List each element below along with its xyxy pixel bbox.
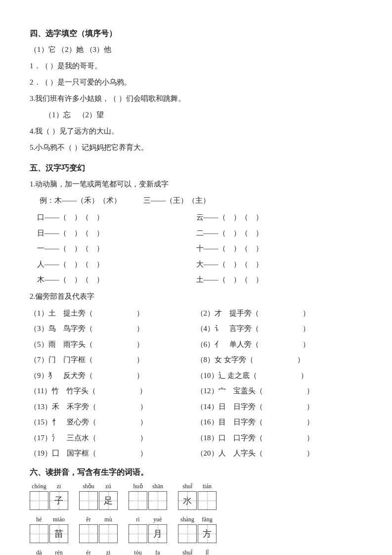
boxes-huo <box>129 491 147 510</box>
pinyin-er: ěr <box>80 515 97 524</box>
section5-sub1-intro: 1.动动脑，加一笔或两笔都可以，变新成字 <box>30 178 362 191</box>
radical-row-4: （7）门 门字框（） （8）女 女字旁（） <box>30 353 362 367</box>
radical-col-7-1: （13）禾 禾字旁（） <box>30 400 196 414</box>
section4-q5: 5.小乌鸦不（ ）记妈妈把它养育大。 <box>30 141 362 154</box>
radical-col-4-1: （7）门 门字框（） <box>30 353 196 367</box>
pinyin-zu: zú <box>99 482 117 491</box>
stroke-col-1-2: 云——（ ）（ ） <box>196 210 363 225</box>
pinyin-da: dà <box>30 548 48 555</box>
word-unit-shan: shān <box>148 482 167 510</box>
boxes-zu: 足 <box>99 491 118 510</box>
char-box-shou[interactable] <box>79 491 98 510</box>
pinyin-shan: shān <box>149 482 167 491</box>
pinyin-he: hé <box>30 515 48 524</box>
radical-col-9-2: （18）口 口字旁（） <box>196 431 363 445</box>
pinyin-shang: shàng <box>178 515 196 524</box>
section5-example: 例：木——（禾）（术） 三——（王）（主） <box>40 194 362 207</box>
boxes-shan <box>148 491 167 510</box>
boxes-zi1: 子 <box>49 491 68 510</box>
stroke-col-4-1: 人——（ ）（ ） <box>30 257 196 272</box>
char-box-shang[interactable] <box>178 524 197 543</box>
boxes-ri <box>129 524 147 543</box>
char-box-huo[interactable] <box>129 491 147 510</box>
char-box-tian[interactable] <box>198 491 217 510</box>
char-box-shui1: 水 <box>178 491 197 510</box>
word-unit-zi1: zi 子 <box>49 482 68 510</box>
radical-col-3-2: （6）亻 单人旁（） <box>196 337 363 352</box>
stroke-col-1-1: 口——（ ）（ ） <box>30 210 196 225</box>
pinyin-er2: ér <box>80 548 97 555</box>
radical-col-10-1: （19）囗 国字框（） <box>30 446 196 461</box>
radical-row-10: （19）囗 国字框（） （20）人 人字头（） <box>30 446 362 461</box>
radical-row-1: （1）土 提土旁（） （2）才 提手旁（） <box>30 306 362 321</box>
radical-row-8: （15）忄 竖心旁（） （16）目 日字旁（） <box>30 415 362 429</box>
word-unit-zi2: zi <box>99 548 118 555</box>
radical-row-6: （11）竹 竹字头（） （12）宀 宝盖头（） <box>30 384 362 398</box>
section6-row3: dà rén ér zi tóu fa 发 <box>30 548 362 555</box>
radical-row-5: （9）犭 反犬旁（） （10）辶 走之底（） <box>30 369 362 383</box>
radical-col-10-2: （20）人 人字头（） <box>196 446 363 461</box>
radical-rows-container: （1）土 提土旁（） （2）才 提手旁（） （3）鸟 鸟字旁（） （4）讠 言字… <box>30 306 362 461</box>
char-box-he[interactable] <box>30 524 48 543</box>
section4-q4: 4.我（ ）见了远方的大山。 <box>30 125 362 138</box>
stroke-row-1: 口——（ ）（ ） 云——（ ）（ ） <box>30 210 362 225</box>
boxes-yue: 月 <box>148 524 167 543</box>
stroke-row-4: 人——（ ）（ ） 大——（ ）（ ） <box>30 257 362 272</box>
word-unit-he: hé <box>30 515 48 543</box>
word-unit-zu: zú 足 <box>99 482 118 510</box>
radical-col-5-2: （10）辶 走之底（） <box>196 369 363 383</box>
word-unit-shui2: shuǐ <box>178 548 197 555</box>
stroke-row-3: 一——（ ）（ ） 十——（ ）（ ） <box>30 241 362 256</box>
char-box-er[interactable] <box>79 524 98 543</box>
char-box-chong[interactable] <box>30 491 48 510</box>
radical-col-2-2: （4）讠 言字旁（） <box>196 322 363 336</box>
radical-col-1-2: （2）才 提手旁（） <box>196 306 363 321</box>
stroke-col-5-2: 土——（ ）（ ） <box>196 273 363 287</box>
word-unit-ri: rì <box>129 515 147 543</box>
word-unit-da: dà <box>30 548 48 555</box>
char-box-shan[interactable] <box>148 491 167 510</box>
radical-row-2: （3）鸟 鸟字旁（） （4）讠 言字旁（） <box>30 322 362 336</box>
char-box-zu: 足 <box>99 491 118 510</box>
pinyin-fa: fa <box>149 548 167 555</box>
radical-col-8-2: （16）目 日字旁（） <box>196 415 363 429</box>
word-unit-er: ěr <box>79 515 98 543</box>
pinyin-li: lǐ <box>198 548 216 555</box>
boxes-shou <box>79 491 98 510</box>
pinyin-zi1: zi <box>50 482 68 491</box>
char-box-yue: 月 <box>148 524 167 543</box>
pinyin-mu: mù <box>99 515 117 524</box>
section4-options: （1）它 （2）她 （3）他 <box>30 43 362 56</box>
pinyin-tou: tóu <box>129 548 147 555</box>
radical-col-8-1: （15）忄 竖心旁（） <box>30 415 196 429</box>
word-unit-er2: ér <box>79 548 98 555</box>
pinyin-chong: chóng <box>30 482 48 491</box>
word-unit-yue: yuè 月 <box>148 515 167 543</box>
char-box-ri[interactable] <box>129 524 147 543</box>
stroke-rows-container: 口——（ ）（ ） 云——（ ）（ ） 日——（ ）（ ） 二——（ ）（ ） … <box>30 210 362 287</box>
pinyin-tian: tián <box>198 482 216 491</box>
radical-row-7: （13）禾 禾字旁（） （14）日 日字旁（） <box>30 400 362 414</box>
stroke-col-2-2: 二——（ ）（ ） <box>196 226 363 240</box>
char-box-mu[interactable] <box>99 524 118 543</box>
radical-col-6-1: （11）竹 竹字头（） <box>30 384 196 398</box>
section4-q2: 2．（ ）是一只可爱的小乌鸦。 <box>30 76 362 89</box>
radical-col-1-1: （1）土 提土旁（） <box>30 306 196 321</box>
radical-col-2-1: （3）鸟 鸟字旁（） <box>30 322 196 336</box>
word-unit-miao: miáo 苗 <box>49 515 68 543</box>
section5-title: 五、汉字巧变幻 <box>30 163 362 174</box>
section4-sub-options: （1）忘 （2）望 <box>30 108 362 122</box>
word-unit-tian: tián <box>198 482 217 510</box>
stroke-col-3-1: 一——（ ）（ ） <box>30 241 196 256</box>
pinyin-fang: fāng <box>198 515 216 524</box>
pinyin-ri: rì <box>129 515 147 524</box>
stroke-col-2-1: 日——（ ）（ ） <box>30 226 196 240</box>
word-unit-shui1: shuǐ 水 <box>178 482 197 510</box>
stroke-col-3-2: 十——（ ）（ ） <box>196 241 363 256</box>
section4-title: 四、选字填空（填序号） <box>30 29 362 39</box>
word-unit-li: lǐ <box>198 548 217 555</box>
boxes-shui1: 水 <box>178 491 197 510</box>
radical-col-3-1: （5）雨 雨字头（） <box>30 337 196 352</box>
stroke-row-2: 日——（ ）（ ） 二——（ ）（ ） <box>30 226 362 240</box>
boxes-shang <box>178 524 197 543</box>
